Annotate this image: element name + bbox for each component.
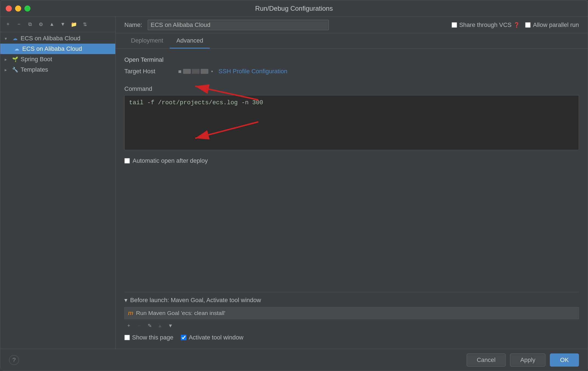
target-host-label: Target Host (124, 68, 174, 75)
before-launch-title: Before launch: Maven Goal, Activate tool… (130, 297, 261, 304)
move-up-button[interactable]: ▲ (47, 20, 56, 29)
activate-tool-checkbox[interactable] (181, 335, 186, 340)
tab-content-advanced: Open Terminal Target Host ■ • (116, 49, 588, 349)
tree-item-templates[interactable]: ▸ 🔧 Templates (0, 64, 115, 75)
settings-button[interactable]: ⚙ (37, 20, 45, 29)
tree-arrow-ecs: ▾ (5, 36, 10, 41)
tree-label-ecs-config: ECS on Alibaba Cloud (22, 45, 111, 52)
allow-parallel-label: Allow parallel run (533, 21, 579, 29)
section-title: Open Terminal (124, 56, 579, 63)
help-button[interactable]: ? (9, 355, 19, 365)
remove-config-button[interactable]: − (15, 20, 23, 29)
tree-label-spring: Spring Boot (21, 56, 111, 63)
auto-open-checkbox[interactable] (124, 158, 130, 164)
tree-arrow-templates: ▸ (5, 67, 10, 72)
tree-label-ecs-group: ECS on Alibaba Cloud (21, 35, 111, 42)
add-config-button[interactable]: + (4, 20, 12, 29)
tree-item-ecs-group[interactable]: ▾ ☁ ECS on Alibaba Cloud (0, 33, 115, 44)
allow-parallel-wrapper: Allow parallel run (525, 21, 579, 29)
name-right-section: Share through VCS ❓ Allow parallel run (452, 21, 579, 29)
launch-edit-button[interactable]: ✎ (145, 322, 154, 330)
titlebar: Run/Debug Configurations (0, 0, 588, 17)
maven-icon: m (128, 310, 133, 317)
sidebar-toolbar: + − ⧉ ⚙ ▲ ▼ 📁 ⇅ (0, 17, 115, 32)
launch-remove-button[interactable]: − (135, 322, 144, 330)
auto-open-label: Automatic open after deploy (133, 157, 208, 164)
allow-parallel-checkbox[interactable] (525, 22, 531, 28)
target-host-row: Target Host ■ • SSH Profile Configuratio… (124, 68, 579, 75)
apply-button[interactable]: Apply (510, 353, 545, 367)
wrench-icon: 🔧 (12, 66, 18, 73)
spring-icon: 🌱 (12, 56, 18, 63)
host-block-1 (183, 69, 191, 74)
activate-tool-label-wrapper: Activate tool window (181, 334, 243, 341)
folder-button[interactable]: 📁 (69, 20, 78, 29)
minimize-button[interactable] (15, 5, 21, 12)
cancel-button[interactable]: Cancel (467, 353, 506, 367)
bottom-bar: ? Cancel Apply OK (0, 349, 588, 371)
launch-add-button[interactable]: + (124, 322, 133, 330)
command-label: Command (124, 85, 579, 92)
copy-config-button[interactable]: ⧉ (26, 20, 34, 29)
before-launch-item-label: Run Maven Goal 'ecs: clean install' (136, 310, 226, 316)
window: Run/Debug Configurations + − ⧉ ⚙ ▲ ▼ 📁 ⇅… (0, 0, 588, 371)
activate-tool-label: Activate tool window (189, 334, 243, 341)
main-content: + − ⧉ ⚙ ▲ ▼ 📁 ⇅ ▾ ☁ ECS on Alibaba Cloud… (0, 17, 588, 349)
move-down-button[interactable]: ▼ (58, 20, 67, 29)
show-page-label: Show this page (132, 334, 173, 341)
before-launch-arrow: ▾ (124, 297, 127, 304)
window-controls (6, 5, 30, 12)
name-input[interactable] (148, 20, 329, 30)
show-page-checkbox[interactable] (124, 335, 130, 340)
share-vcs-checkbox[interactable] (452, 22, 457, 28)
cloud-icon-child: ☁ (13, 46, 20, 52)
bottom-checkboxes: Show this page Activate tool window (124, 334, 579, 341)
name-bar: Name: Share through VCS ❓ Allow parallel… (116, 17, 588, 33)
launch-toolbar: + − ✎ ▲ ▼ (124, 322, 579, 330)
right-panel: Name: Share through VCS ❓ Allow parallel… (116, 17, 588, 349)
tree-arrow-spring: ▸ (5, 57, 10, 62)
host-separator: • (211, 68, 213, 75)
before-launch-header[interactable]: ▾ Before launch: Maven Goal, Activate to… (124, 297, 579, 304)
tree-area: ▾ ☁ ECS on Alibaba Cloud ☁ ECS on Alibab… (0, 32, 115, 349)
cloud-icon: ☁ (12, 35, 18, 42)
window-title: Run/Debug Configurations (255, 5, 333, 12)
spacer (124, 192, 579, 292)
tab-deployment[interactable]: Deployment (124, 33, 170, 49)
before-launch-item: m Run Maven Goal 'ecs: clean install' (124, 307, 579, 319)
sort-button[interactable]: ⇅ (80, 20, 89, 29)
share-help-icon: ❓ (514, 22, 520, 28)
ok-button[interactable]: OK (550, 353, 579, 367)
launch-move-down-button[interactable]: ▼ (166, 322, 175, 330)
bullet-icon: ■ (178, 68, 181, 75)
show-page-label-wrapper: Show this page (124, 334, 173, 341)
tree-item-spring-boot[interactable]: ▸ 🌱 Spring Boot (0, 54, 115, 64)
command-section: Command Automatic open after deploy (124, 85, 579, 186)
host-block-2 (192, 69, 200, 74)
tab-advanced[interactable]: Advanced (170, 33, 210, 49)
tree-label-templates: Templates (21, 66, 111, 73)
sidebar: + − ⧉ ⚙ ▲ ▼ 📁 ⇅ ▾ ☁ ECS on Alibaba Cloud… (0, 17, 116, 349)
name-label: Name: (124, 21, 142, 29)
maximize-button[interactable] (24, 5, 30, 12)
bottom-buttons: Cancel Apply OK (467, 353, 579, 367)
ssh-profile-link[interactable]: SSH Profile Configuration (219, 68, 287, 75)
close-button[interactable] (6, 5, 12, 12)
open-terminal-section: Open Terminal Target Host ■ • (124, 56, 579, 80)
host-indicator: ■ • (178, 68, 214, 75)
tabs-bar: Deployment Advanced (116, 33, 588, 49)
launch-move-up-button[interactable]: ▲ (156, 322, 164, 330)
before-launch-section: ▾ Before launch: Maven Goal, Activate to… (124, 292, 579, 341)
command-textarea[interactable] (124, 95, 579, 150)
share-vcs-wrapper: Share through VCS ❓ (452, 21, 520, 29)
tree-item-ecs-config[interactable]: ☁ ECS on Alibaba Cloud (0, 44, 115, 54)
host-block-3 (201, 69, 208, 74)
host-blocks (183, 69, 208, 74)
auto-open-row: Automatic open after deploy (124, 157, 579, 164)
share-vcs-label: Share through VCS (459, 21, 512, 29)
